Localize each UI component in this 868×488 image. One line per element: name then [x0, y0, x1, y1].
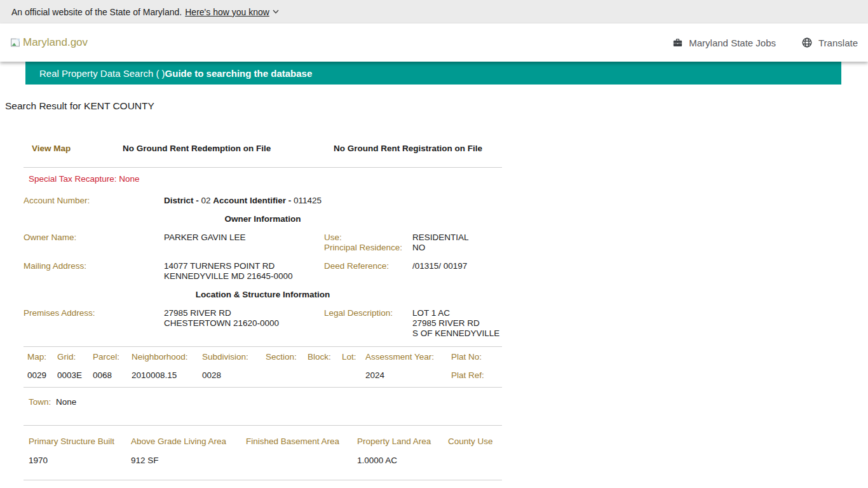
- finished-basement-area-label: Finished Basement Area: [246, 437, 357, 447]
- property-land-area-label: Property Land Area: [357, 437, 448, 447]
- above-grade-living-area-value: 912 SF: [131, 456, 246, 466]
- mailing-address-value: 14077 TURNERS POINT RD KENNEDYVILLE MD 2…: [164, 261, 324, 281]
- maryland-state-jobs-label: Maryland State Jobs: [689, 37, 776, 48]
- account-number-label: Account Number:: [24, 196, 164, 206]
- block-label: Block:: [308, 352, 342, 362]
- subdivision-value: 0028: [202, 370, 266, 381]
- use-value: RESIDENTIAL: [412, 233, 502, 243]
- subdivision-label: Subdivision:: [202, 352, 266, 362]
- ground-rent-redemption-status: No Ground Rent Redemption on File: [123, 144, 334, 154]
- ground-rent-registration-status: No Ground Rent Registration on File: [334, 144, 502, 154]
- owner-information-heading: Owner Information: [24, 214, 502, 224]
- globe-icon: [801, 37, 813, 48]
- primary-structure-built-label: Primary Structure Built: [29, 437, 131, 447]
- account-number-row: Account Number: District - 02 Account Id…: [24, 196, 502, 206]
- deed-reference-label: Deed Reference:: [324, 261, 412, 281]
- location-structure-heading: Location & Structure Information: [24, 290, 502, 300]
- above-grade-living-area-label: Above Grade Living Area: [131, 437, 246, 447]
- premises-address-label: Premises Address:: [24, 308, 164, 339]
- map-label: Map:: [27, 352, 57, 362]
- heres-how-you-know-link[interactable]: Here's how you know: [185, 7, 279, 17]
- structure-table-header-row: Primary Structure Built Above Grade Livi…: [24, 426, 502, 447]
- map-value: 0029: [27, 370, 57, 381]
- primary-structure-built-value: 1970: [29, 456, 131, 466]
- legal-description-value: LOT 1 AC 27985 RIVER RD S OF KENNEDYVILL…: [412, 308, 502, 339]
- translate-label: Translate: [818, 37, 858, 48]
- logo-text: Maryland.gov: [23, 36, 88, 49]
- plat-no-label: Plat No:: [451, 352, 502, 362]
- owner-name-value: PARKER GAVIN LEE: [164, 233, 324, 253]
- structure-table-value-row: 1970 912 SF 1.0000 AC: [24, 456, 502, 480]
- maryland-state-jobs-link[interactable]: Maryland State Jobs: [672, 37, 776, 48]
- owner-name-row: Owner Name: PARKER GAVIN LEE Use: Princi…: [24, 233, 502, 253]
- lot-label: Lot:: [342, 352, 365, 362]
- chevron-down-icon: [273, 10, 279, 14]
- town-row: Town: None: [24, 388, 502, 425]
- special-tax-recapture: Special Tax Recapture: None: [29, 174, 502, 184]
- grid-value: 0003E: [57, 370, 93, 381]
- map-table-header-row: Map: Grid: Parcel: Neighborhood: Subdivi…: [24, 347, 502, 362]
- lot-value: [342, 370, 365, 381]
- page-title: Search Result for KENT COUNTY: [5, 100, 868, 112]
- town-label: Town:: [29, 397, 51, 407]
- premises-address-row: Premises Address: 27985 RIVER RD CHESTER…: [24, 308, 502, 339]
- official-banner-text: An official website of the State of Mary…: [11, 7, 182, 17]
- use-label: Use:: [324, 233, 412, 243]
- town-value: None: [56, 397, 76, 407]
- deed-reference-value: /01315/ 00197: [412, 261, 502, 281]
- county-use-label: County Use: [448, 437, 502, 447]
- guide-to-searching-link[interactable]: Guide to searching the database: [165, 68, 313, 79]
- grid-label: Grid:: [57, 352, 93, 362]
- real-property-banner: Real Property Data Search ( )Guide to se…: [25, 62, 841, 85]
- plat-ref-label: Plat Ref:: [451, 370, 502, 381]
- neighborhood-value: 2010008.15: [132, 370, 202, 381]
- broken-image-icon: [10, 37, 21, 48]
- briefcase-icon: [672, 37, 683, 48]
- search-result-panel: View Map No Ground Rent Redemption on Fi…: [24, 112, 502, 488]
- section-label: Section:: [266, 352, 308, 362]
- mailing-address-label: Mailing Address:: [24, 261, 164, 281]
- parcel-label: Parcel:: [93, 352, 132, 362]
- section-value: [266, 370, 308, 381]
- translate-link[interactable]: Translate: [801, 37, 858, 48]
- top-links-row: View Map No Ground Rent Redemption on Fi…: [24, 112, 502, 167]
- divider: [24, 167, 502, 168]
- structure-detail-header-row: Stories Basement Type Exterior Quality F…: [24, 480, 502, 488]
- neighborhood-label: Neighborhood:: [132, 352, 202, 362]
- map-table-value-row: 0029 0003E 0068 2010008.15 0028 2024 Pla…: [24, 370, 502, 387]
- account-number-value: District - 02 Account Identifier - 01142…: [164, 196, 324, 206]
- principal-residence-label: Principal Residence:: [324, 243, 412, 253]
- assessment-year-value: 2024: [365, 370, 451, 381]
- property-land-area-value: 1.0000 AC: [357, 456, 448, 466]
- legal-description-label: Legal Description:: [324, 308, 412, 339]
- finished-basement-area-value: [246, 456, 357, 466]
- parcel-value: 0068: [93, 370, 132, 381]
- block-value: [308, 370, 342, 381]
- owner-name-label: Owner Name:: [24, 233, 164, 253]
- mailing-address-row: Mailing Address: 14077 TURNERS POINT RD …: [24, 261, 502, 281]
- county-use-value: [448, 456, 502, 466]
- official-banner: An official website of the State of Mary…: [0, 0, 868, 24]
- principal-residence-value: NO: [412, 243, 502, 253]
- premises-address-value: 27985 RIVER RD CHESTERTOWN 21620-0000: [164, 308, 324, 339]
- header-links: Maryland State Jobs Translate: [672, 37, 858, 48]
- site-header: Maryland.gov Maryland State Jobs Transla…: [0, 24, 868, 62]
- banner-title: Real Property Data Search ( ): [39, 68, 165, 79]
- assessment-year-label: Assessment Year:: [365, 352, 451, 362]
- maryland-gov-logo[interactable]: Maryland.gov: [10, 36, 88, 49]
- view-map-link[interactable]: View Map: [32, 144, 123, 154]
